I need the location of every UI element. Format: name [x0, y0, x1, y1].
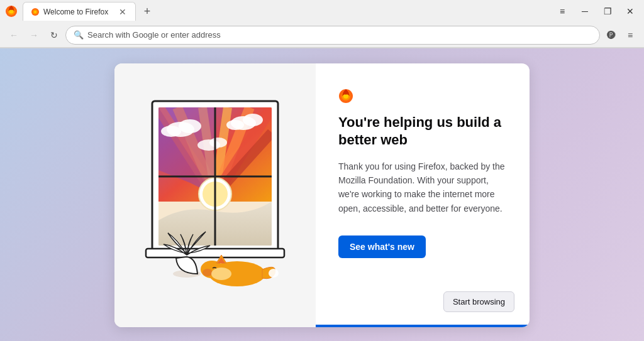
welcome-description: Thank you for using Firefox, backed by t… — [338, 160, 507, 216]
address-bar[interactable]: 🔍 Search with Google or enter address — [65, 26, 600, 45]
nav-right-controls: 🅟 ≡ — [602, 26, 639, 44]
tab-favicon-icon — [31, 8, 40, 16]
svg-point-25 — [226, 120, 244, 130]
forward-button[interactable]: → — [25, 26, 43, 44]
svg-point-34 — [203, 269, 213, 276]
menu-button[interactable]: ≡ — [621, 26, 639, 44]
restore-button[interactable]: ❐ — [599, 3, 616, 20]
title-bar: Welcome to Firefox ✕ + ≡ ─ ❐ ✕ — [0, 0, 644, 23]
svg-point-24 — [243, 114, 263, 126]
welcome-title: You're helping us build a better web — [338, 114, 507, 149]
firefox-logo-icon — [5, 5, 18, 18]
firefox-brand-icon — [338, 89, 353, 104]
address-text: Search with Google or enter address — [87, 30, 221, 40]
blue-progress-bar — [316, 325, 530, 327]
welcome-illustration — [140, 95, 291, 296]
card-illustration-panel — [114, 63, 316, 327]
browser-tab[interactable]: Welcome to Firefox ✕ — [23, 2, 136, 21]
close-button[interactable]: ✕ — [621, 3, 639, 20]
search-icon: 🔍 — [74, 30, 84, 40]
refresh-button[interactable]: ↻ — [45, 26, 63, 44]
back-button[interactable]: ← — [5, 26, 23, 44]
navigation-bar: ← → ↻ 🔍 Search with Google or enter addr… — [0, 23, 644, 48]
new-tab-button[interactable]: + — [138, 3, 156, 20]
pocket-button[interactable]: 🅟 — [602, 26, 620, 44]
browser-chrome: Welcome to Firefox ✕ + ≡ ─ ❐ ✕ ← → ↻ 🔍 S… — [0, 0, 644, 48]
tab-list-button[interactable]: ≡ — [553, 3, 571, 20]
see-whats-new-button[interactable]: See what's new — [338, 235, 426, 258]
window-controls: ≡ ─ ❐ ✕ — [553, 3, 639, 20]
svg-point-21 — [179, 119, 201, 133]
start-browsing-button[interactable]: Start browsing — [443, 291, 514, 312]
svg-point-27 — [209, 138, 227, 148]
svg-point-22 — [161, 126, 181, 137]
tab-close-button[interactable]: ✕ — [118, 7, 128, 17]
svg-rect-7 — [146, 249, 284, 257]
svg-point-5 — [34, 11, 36, 13]
svg-point-35 — [211, 268, 231, 280]
welcome-card: You're helping us build a better web Tha… — [114, 63, 530, 327]
page-background: You're helping us build a better web Tha… — [0, 48, 644, 341]
card-content-panel: You're helping us build a better web Tha… — [316, 63, 530, 327]
tab-title: Welcome to Firefox — [43, 8, 114, 16]
minimize-button[interactable]: ─ — [576, 3, 594, 20]
svg-point-32 — [269, 269, 279, 278]
